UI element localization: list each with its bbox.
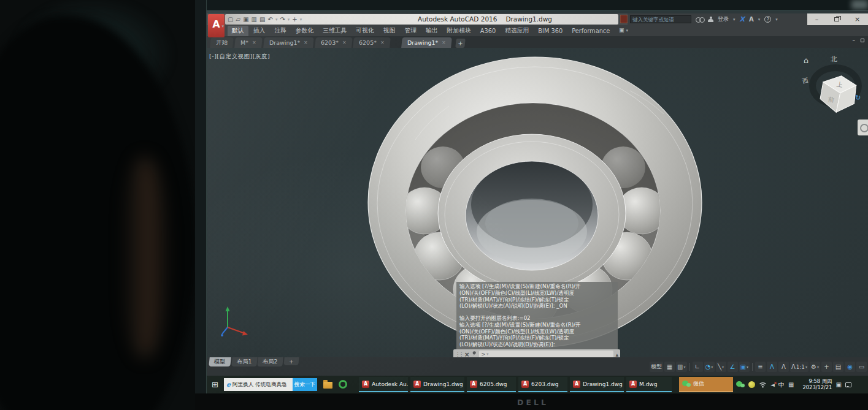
file-explorer-icon[interactable]	[323, 382, 332, 389]
close-button[interactable]: ×	[855, 15, 860, 23]
viewcube-west-label[interactable]: 西	[801, 76, 809, 86]
command-input[interactable]	[490, 351, 612, 357]
file-tab-6203[interactable]: 6203*×	[315, 37, 352, 48]
browser-icon[interactable]	[339, 380, 347, 389]
annotation-monitor-icon[interactable]: +	[821, 362, 832, 372]
file-tab-drawing1[interactable]: Drawing1*×	[263, 37, 314, 48]
minimize-button[interactable]: –	[815, 15, 819, 23]
help-dropdown-icon[interactable]: ▾	[775, 17, 778, 22]
search-icon[interactable]	[696, 17, 704, 22]
signin-dropdown-icon[interactable]: ▾	[733, 17, 735, 22]
plot-icon[interactable]: ▤	[259, 16, 265, 23]
command-input-box[interactable]: > ▾	[479, 351, 613, 357]
taskbar-app-drawing1[interactable]: ADrawing1.dwg	[410, 377, 464, 392]
undo-icon[interactable]: ↶	[268, 16, 273, 23]
ribbon-tab-insert[interactable]: 插入	[249, 26, 270, 36]
new-drawing-tab-button[interactable]: +	[455, 39, 466, 48]
a360-dropdown-icon[interactable]: ▾	[758, 17, 761, 22]
undo-dropdown-icon[interactable]: ▾	[275, 17, 278, 22]
save-as-icon[interactable]: ▥	[252, 16, 257, 23]
open-file-icon[interactable]: ▱	[236, 16, 240, 23]
navigation-bar[interactable]	[858, 120, 868, 135]
viewcube-rotate-icon[interactable]: ↻	[855, 94, 861, 102]
command-bar-grip[interactable]: ⋮⋮	[455, 352, 463, 357]
volume-muted-icon[interactable]: ◄	[770, 382, 775, 388]
ribbon-tab-3dtools[interactable]: 三维工具	[318, 26, 351, 36]
restore-button[interactable]	[834, 17, 839, 21]
drawing-minimize-button[interactable]: –	[853, 37, 856, 44]
infocenter-search-input[interactable]	[630, 15, 691, 23]
command-bar-close-icon[interactable]: ×	[464, 351, 469, 358]
qat-customize-icon[interactable]: ▾	[300, 17, 302, 22]
application-menu-button[interactable]: A ▾	[208, 14, 225, 37]
viewcube-north-label[interactable]: 北	[831, 55, 837, 64]
layout-tab-layout1[interactable]: 布局1	[231, 357, 257, 366]
new-file-icon[interactable]: ▢	[228, 16, 233, 23]
file-tab-6205[interactable]: 6205*×	[353, 37, 390, 48]
polar-tracking-icon[interactable]: ◔▾	[704, 362, 715, 372]
taskbar-app-autodesk[interactable]: AAutodesk Au...	[359, 377, 408, 392]
ribbon-tab-parametric[interactable]: 参数化	[291, 26, 318, 36]
layout-tab-model[interactable]: 模型	[209, 357, 231, 366]
object-snap-3d-icon[interactable]: ▣▾	[739, 362, 750, 372]
file-tab-m[interactable]: M*×	[234, 37, 262, 48]
close-tab-icon[interactable]: ×	[442, 40, 446, 45]
redo-icon[interactable]: ↷	[280, 16, 285, 23]
ortho-icon[interactable]: ∟	[693, 362, 703, 372]
workspace-gear-icon[interactable]: ⚙▾	[810, 362, 820, 372]
action-center-icon[interactable]	[845, 382, 851, 387]
taskbar-search-button[interactable]: 搜索一下	[293, 378, 317, 391]
lineweight-icon[interactable]: ≡	[755, 362, 766, 372]
object-snap-icon[interactable]: ∠	[728, 362, 738, 372]
close-tab-icon[interactable]: ×	[380, 40, 385, 45]
taskbar-clock[interactable]: 9:58 周四 2023/12/21	[797, 379, 832, 390]
ribbon-tab-manage[interactable]: 管理	[400, 26, 421, 36]
annotation-scale-icon[interactable]: Λ1:1▾	[790, 362, 808, 372]
ucs-icon[interactable]	[219, 305, 256, 343]
taskbar-search-text[interactable]: 阿里换人 传统电商真急	[232, 381, 287, 389]
ribbon-tab-featuredapps[interactable]: 精选应用	[501, 26, 533, 36]
grid-icon[interactable]: ▦	[664, 362, 675, 372]
ribbon-tab-annotate[interactable]: 注释	[270, 26, 291, 36]
taskbar-app-m[interactable]: AM.dwg	[626, 377, 672, 392]
user-icon[interactable]	[708, 17, 713, 23]
viewcube[interactable]: ⌂ 北 西 上 前 ↻	[799, 51, 868, 127]
close-tab-icon[interactable]: ×	[252, 40, 256, 45]
snap-icon[interactable]: ▥▾	[676, 362, 686, 372]
help-icon[interactable]: ?	[764, 16, 771, 23]
taskbar-app-drawing1-2[interactable]: ADrawing1.dwg	[570, 377, 624, 392]
file-tab-drawing1-active[interactable]: Drawing1*×	[401, 37, 452, 48]
command-recent-dropdown-icon[interactable]: ▾	[486, 352, 489, 357]
wifi-icon[interactable]	[759, 381, 767, 388]
ribbon-tab-addins[interactable]: 附加模块	[443, 26, 475, 36]
annotation-autoscale-icon[interactable]: Λ	[778, 362, 789, 372]
ribbon-tab-view[interactable]: 视图	[379, 26, 400, 36]
ribbon-tab-a360[interactable]: A360	[476, 26, 500, 36]
ribbon-tab-output[interactable]: 输出	[421, 26, 442, 36]
taskbar-search-box[interactable]: e 阿里换人 传统电商真急 搜索一下	[224, 378, 317, 391]
save-icon[interactable]: ▣	[243, 16, 248, 23]
layout-tab-layout2[interactable]: 布局2	[257, 357, 283, 366]
signin-button[interactable]: 登录	[718, 15, 729, 23]
drawing-restore-button[interactable]	[861, 39, 864, 42]
ribbon-display-toggle-icon[interactable]: ▣ ▾	[619, 27, 628, 33]
viewcube-home-icon[interactable]: ⌂	[804, 56, 808, 65]
tray-app-icon[interactable]	[748, 381, 755, 388]
ribbon-tab-bim360[interactable]: BIM 360	[534, 26, 567, 36]
close-tab-icon[interactable]: ×	[342, 40, 347, 45]
tray-wechat-icon[interactable]	[736, 381, 745, 389]
annotation-visibility-icon[interactable]: Λ	[767, 362, 777, 372]
show-hidden-icons[interactable]: ▣	[835, 381, 841, 388]
ribbon-tab-performance[interactable]: Performance	[567, 26, 614, 36]
isodraft-icon[interactable]: ╲▾	[716, 362, 726, 372]
pan-icon[interactable]: +	[292, 16, 297, 23]
start-button[interactable]: ⊞	[212, 380, 218, 389]
taskbar-app-6205[interactable]: A6205.dwg	[467, 377, 516, 392]
close-tab-icon[interactable]: ×	[304, 40, 308, 45]
ribbon-tab-home[interactable]: 默认	[228, 26, 248, 36]
new-layout-button[interactable]: +	[283, 357, 299, 365]
exchange-apps-icon[interactable]: X	[740, 15, 745, 23]
touch-keyboard-icon[interactable]: ▦	[788, 381, 794, 388]
taskbar-app-wechat[interactable]: 微信	[679, 377, 733, 392]
model-space-button[interactable]: 模型	[650, 362, 663, 372]
